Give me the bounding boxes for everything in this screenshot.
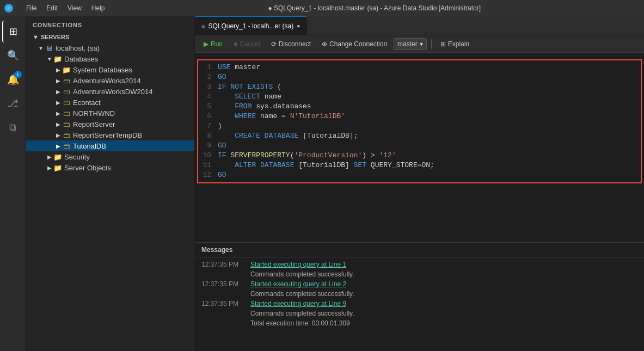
db-icon: 🗃 xyxy=(62,120,71,128)
disconnect-label: Disconnect xyxy=(279,40,311,48)
msg-link[interactable]: Started executing query at Line 2 xyxy=(250,280,346,288)
msg-time: 12:37:35 PM xyxy=(201,280,250,288)
code-line: 6 WHERE name = N'TutorialDB' xyxy=(198,112,641,121)
messages-header: Messages xyxy=(195,243,644,257)
code-text: ALTER DATABASE [TutorialDB] SET QUERY_ST… xyxy=(218,161,641,170)
chevron: ▶ xyxy=(54,121,62,127)
tree-item-econtact[interactable]: ▶ 🗃 Econtact xyxy=(26,97,194,108)
change-connection-button[interactable]: ⊕ Change Connection xyxy=(317,39,391,50)
code-text: GO xyxy=(218,72,641,82)
db-icon: 🗃 xyxy=(62,87,71,96)
sidebar: CONNECTIONS ▼ SERVERS ▼ 🖥 localhost, (sa… xyxy=(26,16,195,351)
folder-icon: 📁 xyxy=(62,65,71,74)
tree-label: System Databases xyxy=(73,66,132,74)
activity-item-search[interactable]: 🔍 xyxy=(2,45,24,66)
code-border: 1USE master2GO3IF NOT EXISTS (4 SELECT n… xyxy=(197,59,642,183)
tree-label: localhost, (sa) xyxy=(56,44,100,52)
activity-item-explorer[interactable]: ⊞ xyxy=(2,21,24,42)
tree-item-reportserver[interactable]: ▶ 🗃 ReportServer xyxy=(26,119,194,130)
tree-label: Econtact xyxy=(73,98,101,107)
activity-bar: ⊞ 🔍 🔔 1 ⎇ ⧉ xyxy=(0,16,26,351)
msg-text: Total execution time: 00:00:01.309 xyxy=(250,319,350,327)
chevron: ▶ xyxy=(54,78,62,84)
chevron: ▶ xyxy=(54,89,62,95)
menu-item-file[interactable]: File xyxy=(22,3,41,13)
msg-link[interactable]: Started executing query at Line 1 xyxy=(250,261,346,268)
code-text: IF NOT EXISTS ( xyxy=(218,82,641,92)
db-select[interactable]: master ▾ xyxy=(394,38,427,50)
tree-item-serverobjects[interactable]: ▶ 📁 Server Objects xyxy=(26,162,194,173)
tree-item-security[interactable]: ▶ 📁 Security xyxy=(26,151,194,162)
toolbar: ▶ Run ■ Cancel ⟳ Disconnect ⊕ Change Con… xyxy=(195,35,644,53)
menu-item-help[interactable]: Help xyxy=(87,3,109,13)
tree-item-tutorialdb[interactable]: ▶ 🗃 TutorialDB xyxy=(26,140,194,151)
messages-pane: Messages 12:37:35 PMStarted executing qu… xyxy=(195,242,644,351)
tree-item-adventureworks[interactable]: ▶ 🗃 AdventureWorks2014 xyxy=(26,75,194,86)
msg-text: Commands completed successfully. xyxy=(250,310,354,317)
tree-label: Databases xyxy=(64,55,98,63)
menu-item-edit[interactable]: Edit xyxy=(42,3,62,13)
explain-button[interactable]: ⊞ Explain xyxy=(436,39,474,50)
tree-item-adventureworksdw[interactable]: ▶ 🗃 AdventureWorksDW2014 xyxy=(26,86,194,97)
message-text-row: Total execution time: 00:00:01.309 xyxy=(195,318,644,328)
run-button[interactable]: ▶ Run xyxy=(199,39,227,50)
tree-label: NORTHWND xyxy=(73,109,115,118)
message-text-row: Commands completed successfully. xyxy=(195,289,644,299)
code-text: GO xyxy=(218,141,641,151)
title-bar: FileEditViewHelp ● SQLQuery_1 - localhos… xyxy=(0,0,644,16)
tree-item-server[interactable]: ▼ 🖥 localhost, (sa) xyxy=(26,42,194,53)
run-label: Run xyxy=(211,40,223,48)
chevron: ▼ xyxy=(46,56,53,62)
activity-item-notifications[interactable]: 🔔 1 xyxy=(2,69,24,90)
connections-icon: ⊞ xyxy=(9,26,17,38)
messages-content: 12:37:35 PMStarted executing query at Li… xyxy=(195,257,644,351)
run-icon: ▶ xyxy=(204,40,208,48)
line-number: 11 xyxy=(198,161,218,170)
code-line: 2GO xyxy=(198,72,641,82)
tree-item-reportservertemp[interactable]: ▶ 🗃 ReportServerTempDB xyxy=(26,130,194,140)
msg-time: 12:37:35 PM xyxy=(201,261,250,268)
chevron: ▶ xyxy=(54,100,62,106)
folder-icon: 📁 xyxy=(53,152,62,161)
activity-item-git[interactable]: ⎇ xyxy=(2,93,24,114)
sql-query-tab[interactable]: ≡ SQLQuery_1 - localh...er (sa) ● xyxy=(195,16,307,35)
code-line: 10IF SERVERPROPERTY('ProductVersion') > … xyxy=(198,151,641,161)
tab-bar: ≡ SQLQuery_1 - localh...er (sa) ● xyxy=(195,16,644,35)
code-text: GO xyxy=(218,170,641,180)
git-icon: ⎇ xyxy=(7,97,19,109)
code-line: 9GO xyxy=(198,141,641,151)
line-number: 3 xyxy=(198,82,218,92)
code-text: ) xyxy=(218,121,641,131)
message-row: 12:37:35 PMStarted executing query at Li… xyxy=(195,279,644,289)
tree-item-systemdb[interactable]: ▶ 📁 System Databases xyxy=(26,64,194,75)
chevron: ▼ xyxy=(37,45,45,51)
tree-item-databases[interactable]: ▼ 📁 Databases xyxy=(26,53,194,64)
menu-bar: FileEditViewHelp xyxy=(22,3,109,13)
line-number: 5 xyxy=(198,102,218,112)
line-number: 4 xyxy=(198,92,218,102)
db-icon: 🗃 xyxy=(62,98,71,107)
activity-item-extensions[interactable]: ⧉ xyxy=(2,116,24,138)
code-line: 4 SELECT name xyxy=(198,92,641,102)
disconnect-button[interactable]: ⟳ Disconnect xyxy=(267,39,315,50)
servers-section[interactable]: ▼ SERVERS xyxy=(26,32,194,42)
disconnect-icon: ⟳ xyxy=(271,40,277,48)
tab-modified-dot: ● xyxy=(297,23,300,29)
notification-badge: 1 xyxy=(14,71,22,78)
msg-link[interactable]: Started executing query at Line 9 xyxy=(250,300,346,307)
chevron: ▶ xyxy=(54,110,62,116)
code-line: 8 CREATE DATABASE [TutorialDB]; xyxy=(198,131,641,141)
menu-item-view[interactable]: View xyxy=(63,3,86,13)
tree-label: AdventureWorksDW2014 xyxy=(73,88,152,96)
chevron: ▶ xyxy=(54,143,62,149)
code-line: 12GO xyxy=(198,170,641,180)
folder-icon: 📁 xyxy=(53,54,62,63)
line-number: 8 xyxy=(198,131,218,141)
editor-content[interactable]: 1USE master2GO3IF NOT EXISTS (4 SELECT n… xyxy=(195,53,644,242)
tree-item-northwnd[interactable]: ▶ 🗃 NORTHWND xyxy=(26,108,194,119)
explain-label: Explain xyxy=(448,40,469,48)
cancel-button[interactable]: ■ Cancel xyxy=(229,39,265,50)
change-conn-label: Change Connection xyxy=(329,40,387,48)
line-number: 7 xyxy=(198,121,218,131)
tree-label: Security xyxy=(64,153,90,161)
